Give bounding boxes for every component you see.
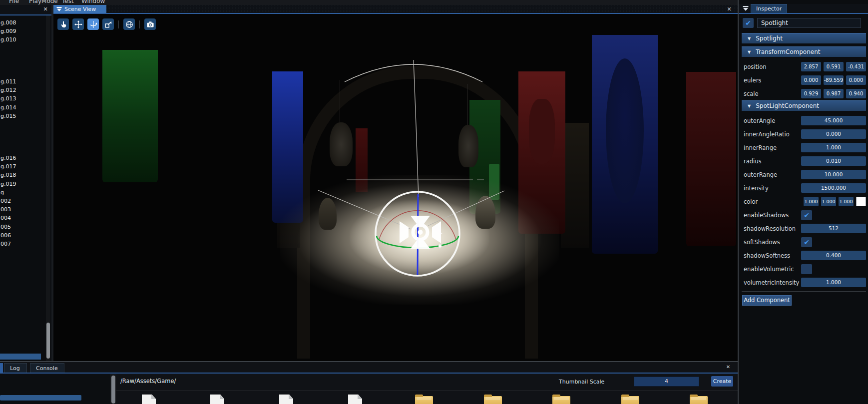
vector-value-field[interactable]: 0.000 [801, 75, 821, 85]
asset-file-item[interactable] [140, 395, 158, 404]
spotlight-gizmo[interactable] [53, 14, 738, 361]
log-vertical-scrollbar[interactable] [110, 374, 116, 404]
menu-item-file[interactable]: File [9, 0, 19, 4]
menu-item-test[interactable]: Test [62, 0, 74, 4]
collapse-triangle-icon[interactable]: ▼ [748, 50, 751, 54]
inspector-panel: Inspector ✔ Spotlight ▼Spotlight▼Transfo… [738, 0, 868, 404]
entity-list-item[interactable]: 003 [0, 206, 11, 214]
entity-list-item[interactable]: g.015 [0, 113, 16, 120]
scrollbar-thumb[interactable] [46, 323, 50, 359]
entity-list-item[interactable]: g.016 [0, 155, 16, 162]
entity-list-item[interactable]: g.011 [0, 78, 16, 86]
entity-list-item[interactable]: g.009 [0, 28, 16, 35]
asset-folder-item[interactable] [415, 395, 433, 404]
entity-name-field[interactable]: Spotlight [757, 18, 861, 28]
entity-list-item[interactable]: g.017 [0, 163, 16, 171]
panel-menu-icon[interactable] [743, 5, 749, 11]
property-row-enableShadows: enableShadows✔ [742, 208, 866, 222]
menu-item-window[interactable]: Window [81, 0, 105, 4]
entity-list-item[interactable]: 006 [0, 232, 11, 240]
world-gizmo-tool-button[interactable] [123, 18, 135, 30]
number-value-field[interactable]: 45.000 [801, 116, 866, 125]
vector-value-field[interactable]: 0.987 [824, 89, 844, 98]
vector-value-field[interactable]: -0.431 [846, 62, 866, 71]
entity-list-item[interactable]: g.019 [0, 181, 16, 188]
close-icon[interactable]: ✕ [725, 5, 733, 13]
close-icon[interactable]: ✕ [725, 364, 732, 371]
entity-list-item[interactable]: 005 [0, 224, 11, 231]
color-value-field[interactable]: 1.000 [804, 197, 819, 206]
entity-list-item[interactable]: g.012 [0, 87, 16, 94]
asset-file-item[interactable] [347, 395, 365, 404]
panel-menu-icon[interactable] [56, 6, 62, 12]
camera-capture-tool-button[interactable] [144, 18, 156, 30]
add-component-button[interactable]: Add Component [742, 295, 792, 306]
entity-list-vertical-scrollbar[interactable] [46, 15, 50, 361]
entity-list-item[interactable]: 002 [0, 198, 11, 205]
log-list[interactable] [0, 374, 110, 404]
number-value-field[interactable]: 512 [801, 224, 866, 233]
entity-list-item[interactable]: g.014 [0, 104, 16, 112]
asset-folder-item[interactable] [552, 395, 570, 404]
asset-folder-item[interactable] [690, 395, 708, 404]
entity-list-item[interactable]: 004 [0, 215, 11, 222]
create-button[interactable]: Create [711, 376, 733, 387]
vector-value-field[interactable]: -89.559 [824, 75, 844, 85]
vector-value-field[interactable]: 2.857 [801, 62, 821, 71]
entity-enabled-checkbox[interactable]: ✔ [743, 18, 754, 28]
color-swatch[interactable] [856, 197, 866, 206]
thumbnail-scale-input[interactable]: 4 [634, 377, 699, 387]
menu-item-playmode[interactable]: PlayMode [29, 0, 58, 4]
breadcrumb[interactable]: /Raw/Assets/Game/ [120, 378, 176, 385]
color-value-field[interactable]: 1.000 [821, 197, 836, 206]
move-tool-button[interactable] [72, 18, 84, 30]
number-value-field[interactable]: 0.000 [801, 129, 866, 139]
entity-list-item[interactable]: g.008 [0, 19, 16, 27]
number-value-field[interactable]: 1500.000 [801, 183, 866, 193]
tab-console[interactable]: Console [30, 363, 64, 373]
entity-list-item[interactable]: g.013 [0, 95, 16, 103]
component-header-transformcomponent[interactable]: ▼TransformComponent [742, 46, 866, 57]
asset-file-item[interactable] [209, 395, 227, 404]
asset-folder-item[interactable] [484, 395, 502, 404]
number-value-field[interactable]: 10.000 [801, 170, 866, 179]
scrollbar-thumb[interactable] [111, 376, 115, 404]
gizmo-blue-axis[interactable] [418, 194, 418, 275]
asset-file-item[interactable] [278, 395, 296, 404]
scene-viewport[interactable] [53, 14, 738, 361]
property-checkbox[interactable]: ✔ [801, 210, 812, 220]
log-horizontal-scrollbar[interactable] [0, 395, 81, 401]
number-value-field[interactable]: 1.000 [801, 143, 866, 152]
asset-folder-item[interactable] [621, 395, 639, 404]
entity-list-item[interactable]: g.010 [0, 36, 16, 44]
rotate-tool-button[interactable] [87, 18, 99, 30]
component-header-spotlightcomponent[interactable]: ▼SpotLightComponent [742, 100, 866, 111]
property-checkbox[interactable]: ✔ [801, 237, 812, 247]
entity-list-item[interactable]: g.018 [0, 172, 16, 179]
entity-list-item[interactable]: g [0, 189, 4, 197]
vector-value-field[interactable]: 0.929 [801, 89, 821, 98]
component-header-spotlight[interactable]: ▼Spotlight [742, 33, 866, 43]
vector-value-field[interactable]: 0.000 [846, 75, 866, 85]
number-value-field[interactable]: 0.400 [801, 251, 866, 260]
tab-scene-view[interactable]: Scene View [53, 5, 106, 13]
number-value-field[interactable]: 0.010 [801, 156, 866, 166]
color-value-field[interactable]: 1.000 [839, 197, 854, 206]
property-row-shadowResolution: shadowResolution512 [742, 222, 866, 235]
property-label: enableShadows [742, 212, 801, 219]
tab-log[interactable]: Log [4, 363, 27, 373]
spotlight-billboard-icon[interactable] [400, 216, 443, 249]
number-value-field[interactable]: 1.000 [801, 278, 866, 287]
collapse-triangle-icon[interactable]: ▼ [748, 36, 751, 41]
vector-value-field[interactable]: 0.940 [846, 89, 866, 98]
dock-handle[interactable] [0, 363, 3, 373]
tab-inspector[interactable]: Inspector [751, 4, 787, 13]
property-checkbox[interactable] [801, 264, 812, 274]
collapse-triangle-icon[interactable]: ▼ [748, 104, 751, 108]
select-tool-button[interactable] [57, 18, 69, 30]
vector-value-field[interactable]: 0.591 [824, 62, 844, 71]
entity-list-horizontal-scrollbar[interactable] [0, 354, 41, 360]
scale-tool-button[interactable] [102, 18, 114, 30]
entity-list-item[interactable]: 007 [0, 241, 11, 248]
folder-icon [621, 396, 639, 404]
